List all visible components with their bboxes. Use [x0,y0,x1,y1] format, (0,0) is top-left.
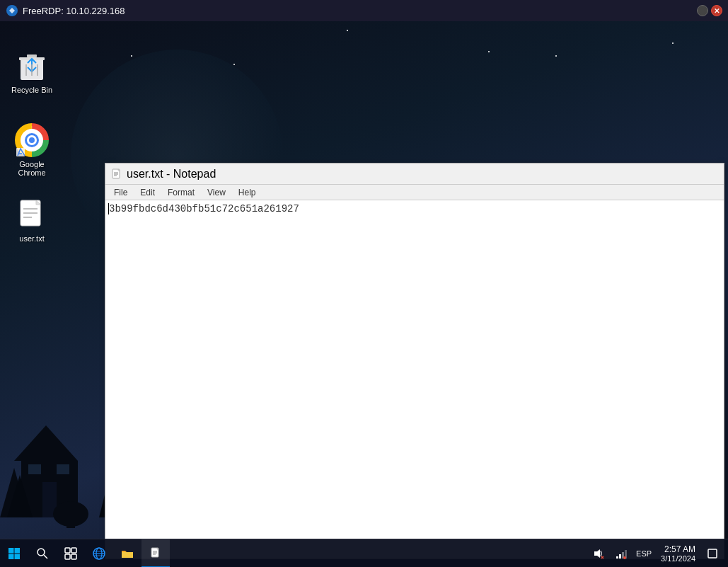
svg-point-38 [37,549,45,556]
language-indicator[interactable]: ESP [634,544,654,563]
notepad-content-text: 3b99fbdc6d430bfb51c72c651a261927 [109,203,299,214]
rdp-icon [6,4,18,17]
minimize-button[interactable] [697,5,708,16]
title-bar-text: FreeRDP: 10.10.229.168 [23,6,125,16]
svg-rect-37 [15,554,21,559]
taskbar-right: ESP 2:57 AM 3/11/2024 [589,544,728,563]
desktop-icon-google-chrome[interactable]: Google Chrome [4,120,60,180]
title-bar-left: FreeRDP: 10.10.229.168 [6,4,125,17]
title-bar-controls: ✕ [697,5,722,16]
folder-icon [120,546,134,561]
speaker-icon [593,548,604,559]
volume-icon[interactable] [589,544,608,563]
taskbar: ESP 2:57 AM 3/11/2024 [0,539,728,567]
svg-rect-35 [15,548,21,554]
clock-time: 2:57 AM [661,544,695,554]
notepad-content-area[interactable]: 3b99fbdc6d430bfb51c72c651a261927 [105,200,724,559]
star-decoration [347,30,348,31]
search-button[interactable] [28,539,57,568]
notification-icon [707,548,718,559]
svg-marker-2 [14,425,78,461]
star-decoration [555,55,557,57]
task-view-icon [64,547,77,560]
svg-rect-12 [67,514,75,528]
star-decoration [131,55,132,57]
star-decoration [672,42,674,44]
close-button[interactable]: ✕ [711,5,722,16]
notepad-titlebar: user.txt - Notepad [105,164,724,185]
notepad-app-icon [111,168,122,180]
ie-browser-button[interactable] [85,539,113,568]
svg-line-39 [44,555,47,559]
desktop-icon-usertxt[interactable]: user.txt [4,195,60,246]
svg-rect-36 [8,554,14,559]
menu-view[interactable]: View [202,186,231,199]
svg-rect-43 [71,554,76,559]
menu-edit[interactable]: Edit [134,186,161,199]
chrome-label: Google Chrome [6,160,57,177]
svg-rect-42 [65,554,70,559]
ie-icon [92,546,106,561]
svg-rect-15 [27,55,37,57]
rdp-title-bar: FreeRDP: 10.10.229.168 ✕ [0,0,728,21]
svg-rect-40 [65,548,70,553]
svg-rect-61 [708,549,717,558]
notepad-taskbar-button[interactable] [141,539,170,568]
svg-point-22 [29,137,35,143]
usertxt-label: user.txt [19,234,44,243]
clock-date: 3/11/2024 [661,554,695,563]
svg-rect-4 [28,464,41,474]
svg-rect-57 [619,554,621,559]
file-explorer-button[interactable] [113,539,141,568]
svg-rect-41 [71,548,76,553]
close-x: ✕ [714,7,720,15]
menu-help[interactable]: Help [233,186,262,199]
desktop-icon-recycle-bin[interactable]: Recycle Bin [4,46,60,97]
network-icon[interactable] [611,544,631,563]
recycle-bin-label: Recycle Bin [11,86,52,94]
mushroom-silhouette [42,482,99,539]
svg-rect-56 [616,556,618,559]
text-file-icon [15,197,49,231]
notepad-text-line: 3b99fbdc6d430bfb51c72c651a261927 [108,203,721,214]
search-icon [36,547,49,560]
notepad-window: user.txt - Notepad File Edit Format View… [105,163,724,559]
menu-format[interactable]: Format [162,186,200,199]
svg-point-60 [623,556,626,559]
start-button[interactable] [0,539,28,568]
menu-file[interactable]: File [108,186,133,199]
desktop: Recycle Bin Google Chrome [0,21,728,567]
notification-center-button[interactable] [703,544,722,563]
notepad-title: user.txt - Notepad [127,168,216,181]
chrome-icon [15,123,49,157]
notepad-menubar: File Edit Format View Help [105,185,724,200]
star-decoration [488,51,490,52]
network-status-icon [616,548,627,559]
svg-rect-34 [8,548,14,554]
language-text: ESP [636,549,652,558]
clock[interactable]: 2:57 AM 3/11/2024 [657,544,700,563]
svg-rect-5 [57,464,69,474]
notepad-taskbar-icon [150,547,161,559]
recycle-bin-icon [15,49,49,83]
windows-logo-icon [8,547,21,560]
star-decoration [233,64,235,65]
task-view-button[interactable] [57,539,85,568]
